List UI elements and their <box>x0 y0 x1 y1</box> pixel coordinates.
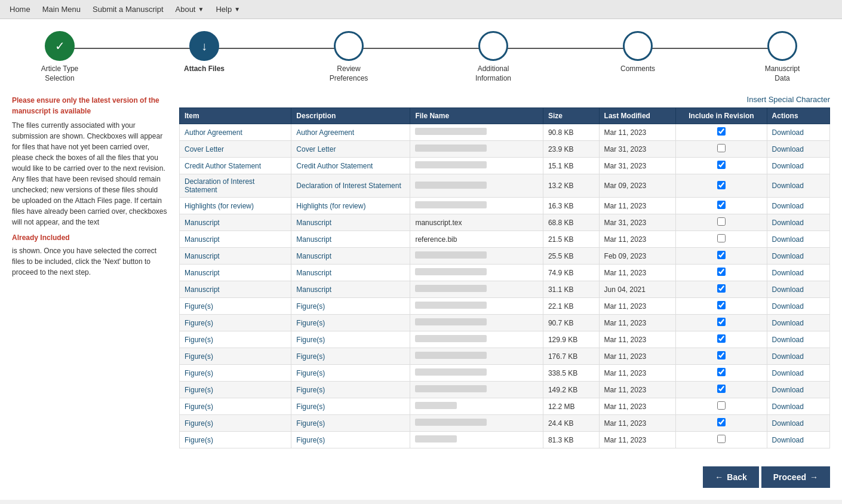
cell-include[interactable] <box>676 432 767 448</box>
download-link[interactable]: Download <box>772 145 804 153</box>
cell-description: Figure(s) <box>291 348 410 365</box>
cell-size: 90.7 KB <box>543 315 599 331</box>
include-checkbox[interactable] <box>717 334 726 343</box>
cell-include[interactable] <box>676 382 767 398</box>
cell-actions: Download <box>767 231 829 248</box>
cell-item: Manuscript <box>180 281 291 298</box>
nav-home[interactable]: Home <box>10 5 30 14</box>
cell-size: 13.2 KB <box>543 174 599 198</box>
cell-item: Figure(s) <box>180 382 291 398</box>
cell-include[interactable] <box>676 198 767 214</box>
cell-include[interactable] <box>676 348 767 365</box>
blurred-filename <box>415 352 487 359</box>
cell-include[interactable] <box>676 158 767 174</box>
step-circle-empty <box>478 31 508 61</box>
cell-actions: Download <box>767 124 829 141</box>
cell-description: Figure(s) <box>291 398 410 415</box>
download-link[interactable]: Download <box>772 336 804 344</box>
cell-include[interactable] <box>676 415 767 432</box>
cell-item: Manuscript <box>180 231 291 248</box>
cell-actions: Download <box>767 432 829 448</box>
include-checkbox[interactable] <box>717 251 726 259</box>
include-checkbox[interactable] <box>717 234 726 242</box>
cell-filename <box>410 141 543 158</box>
include-checkbox[interactable] <box>717 217 726 226</box>
include-checkbox[interactable] <box>717 385 726 393</box>
blurred-filename <box>415 285 487 292</box>
cell-actions: Download <box>767 198 829 214</box>
include-checkbox[interactable] <box>717 318 726 326</box>
download-link[interactable]: Download <box>772 386 804 394</box>
cell-description: Manuscript <box>291 248 410 265</box>
nav-submit[interactable]: Submit a Manuscript <box>93 5 164 14</box>
download-link[interactable]: Download <box>772 436 804 444</box>
cell-include[interactable] <box>676 124 767 141</box>
download-link[interactable]: Download <box>772 182 804 190</box>
cell-include[interactable] <box>676 174 767 198</box>
step-article-type: ✓ Article TypeSelection <box>24 31 96 83</box>
download-link[interactable]: Download <box>772 162 804 170</box>
blurred-filename <box>415 335 487 342</box>
download-link[interactable]: Download <box>772 402 804 411</box>
cell-filename <box>410 198 543 214</box>
download-link[interactable]: Download <box>772 319 804 327</box>
download-link[interactable]: Download <box>772 285 804 294</box>
download-link[interactable]: Download <box>772 235 804 244</box>
proceed-button[interactable]: Proceed → <box>761 466 830 488</box>
include-checkbox[interactable] <box>717 181 726 189</box>
include-checkbox[interactable] <box>717 401 726 410</box>
cell-size: 15.1 KB <box>543 158 599 174</box>
download-link[interactable]: Download <box>772 419 804 428</box>
cell-last-modified: Mar 11, 2023 <box>599 198 676 214</box>
cell-size: 22.1 KB <box>543 298 599 315</box>
download-link[interactable]: Download <box>772 219 804 227</box>
include-checkbox[interactable] <box>717 435 726 443</box>
cell-item: Declaration of Interest Statement <box>180 174 291 198</box>
include-checkbox[interactable] <box>717 418 726 426</box>
cell-size: 24.4 KB <box>543 415 599 432</box>
download-link[interactable]: Download <box>772 302 804 311</box>
include-checkbox[interactable] <box>717 301 726 309</box>
include-checkbox[interactable] <box>717 161 726 169</box>
download-link[interactable]: Download <box>772 269 804 277</box>
cell-include[interactable] <box>676 141 767 158</box>
include-checkbox[interactable] <box>717 351 726 359</box>
cell-include[interactable] <box>676 231 767 248</box>
cell-last-modified: Mar 31, 2023 <box>599 214 676 231</box>
nav-main-menu[interactable]: Main Menu <box>42 5 81 14</box>
include-checkbox[interactable] <box>717 368 726 376</box>
cell-include[interactable] <box>676 265 767 281</box>
cell-include[interactable] <box>676 298 767 315</box>
cell-filename <box>410 331 543 348</box>
cell-filename <box>410 365 543 382</box>
nav-about[interactable]: About ▼ <box>176 5 204 14</box>
insert-special-character-link[interactable]: Insert Special Character <box>747 95 830 104</box>
cell-include[interactable] <box>676 331 767 348</box>
include-checkbox[interactable] <box>717 201 726 209</box>
download-link[interactable]: Download <box>772 128 804 137</box>
include-checkbox[interactable] <box>717 268 726 276</box>
cell-size: 338.5 KB <box>543 365 599 382</box>
cell-size: 25.5 KB <box>543 248 599 265</box>
cell-actions: Download <box>767 281 829 298</box>
cell-size: 81.3 KB <box>543 432 599 448</box>
cell-include[interactable] <box>676 398 767 415</box>
table-body: Author AgreementAuthor Agreement90.8 KBM… <box>180 124 830 448</box>
already-included-label: Already Included <box>12 232 167 243</box>
cell-include[interactable] <box>676 214 767 231</box>
cell-last-modified: Mar 09, 2023 <box>599 174 676 198</box>
cell-include[interactable] <box>676 365 767 382</box>
cell-include[interactable] <box>676 248 767 265</box>
download-link[interactable]: Download <box>772 352 804 361</box>
include-checkbox[interactable] <box>717 284 726 293</box>
nav-help[interactable]: Help ▼ <box>216 5 240 14</box>
cell-actions: Download <box>767 315 829 331</box>
cell-include[interactable] <box>676 281 767 298</box>
download-link[interactable]: Download <box>772 202 804 210</box>
download-link[interactable]: Download <box>772 369 804 377</box>
include-checkbox[interactable] <box>717 144 726 152</box>
download-link[interactable]: Download <box>772 252 804 260</box>
back-button[interactable]: ← Back <box>703 466 758 488</box>
cell-include[interactable] <box>676 315 767 331</box>
include-checkbox[interactable] <box>717 127 726 136</box>
